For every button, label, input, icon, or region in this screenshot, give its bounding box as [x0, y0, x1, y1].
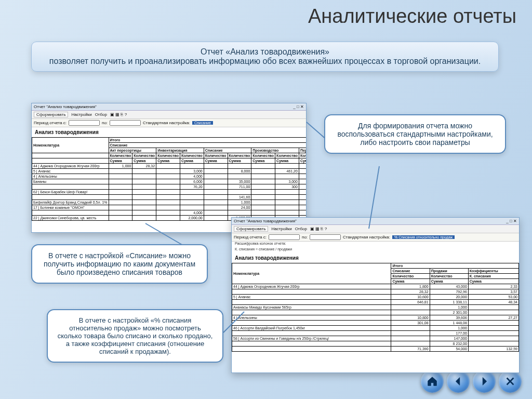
- filter-bar: Период отчета с: по: Стандартная настрой…: [232, 233, 519, 242]
- cell-value: 43,000: [430, 284, 468, 289]
- col-perem: Перемещение: [299, 148, 306, 153]
- cell-value: [109, 174, 132, 179]
- settings-link[interactable]: Настройки: [271, 227, 291, 231]
- cell-value: 3,000: [180, 169, 204, 174]
- cell-value: 1,000: [228, 200, 251, 205]
- filter-link[interactable]: Отбор: [95, 112, 107, 117]
- filter-bar: Период отчета с: по: Стандартная настрой…: [32, 119, 306, 127]
- cell-value: [132, 169, 156, 174]
- period-to-label: по:: [102, 121, 108, 125]
- cell-value: [132, 205, 156, 210]
- toolbar-icons[interactable]: ▣ ▦ ⎘ ?: [110, 112, 127, 117]
- cell-value: [275, 190, 299, 195]
- cell-value: [109, 210, 132, 216]
- cell-value: [132, 190, 156, 195]
- cell-value: [109, 190, 132, 195]
- table-row: 44 | Аджика Огородников Жгучая 200гр1,80…: [232, 284, 519, 289]
- table-row: 28,32792,963,57: [232, 289, 519, 295]
- callout-spisanie: В отчете с настройкой «Списание» можно п…: [31, 244, 208, 284]
- run-button[interactable]: Сформировать: [234, 226, 268, 232]
- cell-value: 2 301,00: [430, 310, 468, 315]
- table-row: 5 | Ананас3,0008,000461,20420,00: [32, 169, 307, 174]
- settings-link[interactable]: Настройки: [71, 112, 91, 117]
- cell-value: [275, 200, 299, 205]
- cell-value: [156, 210, 180, 216]
- cell-nomenclature: [232, 300, 391, 305]
- col-kol: Количество: [109, 153, 132, 158]
- cell-value: 76,20: [180, 184, 204, 190]
- period-to-input[interactable]: [110, 120, 141, 126]
- cell-nomenclature: Ананасы Микадо Кусочками 565гр: [232, 305, 391, 310]
- cell-value: 35,000: [228, 179, 251, 184]
- col-sum: Сумма: [109, 158, 132, 164]
- cell-value: 1,000: [430, 305, 468, 310]
- period-to-input[interactable]: [310, 234, 341, 240]
- cell-value: 48,34: [468, 300, 518, 305]
- report-heading: Анализ товародвижения: [232, 253, 519, 263]
- nav-prev-button[interactable]: [447, 370, 470, 393]
- cell-value: [299, 184, 306, 190]
- cell-value: [156, 169, 180, 174]
- table-row: 4 | Апельсины10,80039,60627,27: [232, 315, 519, 321]
- run-button[interactable]: Сформировать: [34, 112, 68, 117]
- cell-value: 8,000: [228, 169, 251, 174]
- cell-value: 53,00: [468, 295, 518, 300]
- cell-value: 1 448,08: [430, 321, 468, 326]
- toolbar-icons[interactable]: ▣ ▦ ⎘ ?: [310, 227, 327, 231]
- cell-nomenclature: 4 | Апельсины: [232, 315, 391, 321]
- table-row: 4 | Апельсины4,0006,00: [32, 174, 307, 179]
- table-row: 76,20711,00300523,33: [32, 184, 307, 190]
- cell-value: [132, 210, 156, 216]
- table-row: 71,39054,000132,59: [232, 347, 519, 352]
- cell-value: [132, 195, 156, 200]
- cell-value: 2,33: [468, 284, 518, 289]
- cell-value: [299, 190, 306, 195]
- window-controls[interactable]: _ □ ✕: [506, 219, 517, 223]
- std-setting-value[interactable]: Списание: [192, 121, 213, 125]
- cell-value: 1 338,11: [430, 300, 468, 305]
- cell-value: [109, 195, 132, 200]
- col-itogo: Итого: [109, 138, 306, 143]
- callout-percent: В отчете с настройкой «% списания относи…: [47, 309, 223, 363]
- table-row: 141,60: [32, 195, 307, 200]
- col-sp2: Списание: [204, 148, 251, 153]
- cell-value: 301,08: [391, 321, 430, 326]
- toolbar: Сформировать Настройки Отбор ▣ ▦ ⎘ ?: [32, 111, 306, 119]
- report-table: Номенклатура Итого Списание Акт пересорт…: [32, 137, 306, 221]
- window-controls[interactable]: _ □ ✕: [293, 104, 304, 109]
- cell-value: [275, 164, 299, 169]
- col-proizv: Производство: [251, 148, 299, 153]
- cell-value: [228, 174, 251, 179]
- filter-link[interactable]: Отбор: [295, 227, 307, 231]
- cell-value: 28,32: [391, 289, 430, 295]
- nav-next-button[interactable]: [473, 370, 496, 393]
- table-row: 301,081 448,08: [232, 321, 519, 326]
- cell-value: [180, 190, 204, 195]
- legend-formula: К. списания = списание / продажи: [232, 247, 519, 253]
- period-from-input[interactable]: [69, 120, 100, 126]
- cell-value: [180, 195, 204, 200]
- cell-nomenclature: [232, 289, 391, 295]
- page-title: Аналитические отчеты: [308, 5, 516, 28]
- table-row: 5 | Ананас10,60020,00053,00: [232, 295, 519, 300]
- window-title: Отчет "Анализ товародвижения": [34, 104, 97, 109]
- table-row: 46 | Ассорти Валдайский Погребок 1,450кг…: [232, 326, 519, 331]
- cell-value: [228, 190, 251, 195]
- cell-value: 28,32: [132, 164, 156, 169]
- cell-value: 20,000: [430, 295, 468, 300]
- period-from-input[interactable]: [269, 234, 300, 240]
- table-row: Бананы6,00035,0003,00028,00: [32, 179, 307, 184]
- cell-value: [251, 190, 275, 195]
- nav-home-button[interactable]: [421, 370, 444, 393]
- cell-value: [468, 331, 518, 336]
- toolbar: Сформировать Настройки Отбор ▣ ▦ ⎘ ?: [232, 225, 519, 233]
- cell-value: [391, 341, 430, 347]
- cell-value: [251, 205, 275, 210]
- cell-value: [228, 164, 251, 169]
- std-setting-value[interactable]: % Списания относительно продаж: [392, 235, 455, 239]
- col-ksp: К. списания: [468, 274, 518, 279]
- nav-close-button[interactable]: [499, 370, 522, 393]
- cell-value: 54,000: [430, 347, 468, 352]
- cell-value: 1,800: [391, 284, 430, 289]
- cell-nomenclature: [32, 184, 109, 190]
